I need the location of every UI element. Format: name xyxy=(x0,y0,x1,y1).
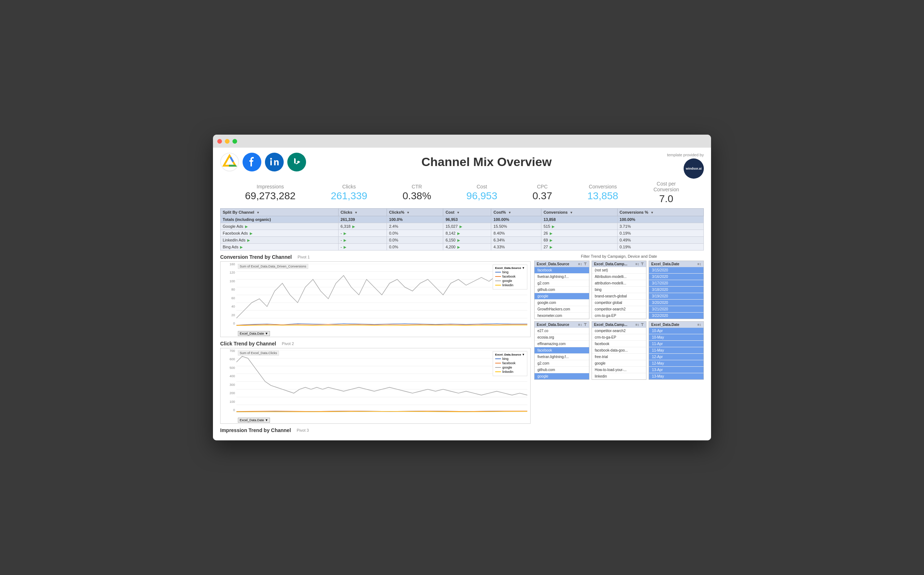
filter-camp1-filter[interactable]: ⊤ xyxy=(641,262,644,266)
col-cost-pct[interactable]: Cost% ▼ xyxy=(491,209,541,216)
filter-item[interactable]: free-trial xyxy=(592,354,646,360)
filter-item[interactable]: fivetran.lightning.f... xyxy=(535,273,589,280)
filter-item[interactable]: google.com xyxy=(535,300,589,306)
filter-item[interactable]: 3/20/2020 xyxy=(649,300,703,306)
row-conversions: 13,858 xyxy=(541,216,617,223)
filter-item[interactable]: brand-search-global xyxy=(592,293,646,300)
col-cost[interactable]: Cost ▼ xyxy=(443,209,491,216)
filter-camp1-sort[interactable]: ≡↕ xyxy=(635,262,639,266)
minimize-button[interactable] xyxy=(225,139,230,144)
filter-item[interactable]: github.com xyxy=(535,367,589,373)
filter-item[interactable]: facebook xyxy=(592,341,646,347)
facebook-ads-logo xyxy=(243,152,261,172)
chart1-date-filter[interactable]: Excel_Data.Date ▼ xyxy=(238,331,270,336)
filter-item[interactable]: 12-May xyxy=(649,360,703,367)
filter-item[interactable]: (not set) xyxy=(592,267,646,273)
filter-item[interactable]: competitor global xyxy=(592,300,646,306)
filter-item[interactable]: GrowthHackers.com xyxy=(535,306,589,313)
clicks-label: Clicks xyxy=(330,184,367,189)
filters-column: Filter Trend by Campaign, Device and Dat… xyxy=(534,254,704,437)
filter-date1-sort[interactable]: ≡↕ xyxy=(697,262,701,266)
filter-item[interactable]: 3/15/2020 xyxy=(649,267,703,273)
filter-item[interactable]: hexometer.com xyxy=(535,313,589,319)
filter-item[interactable]: competitor-search2 xyxy=(592,328,646,334)
filter-source1-filter[interactable]: ⊤ xyxy=(584,262,587,266)
filter-item[interactable]: 3/19/2020 xyxy=(649,293,703,300)
filter-item[interactable]: competitor-search2 xyxy=(592,306,646,313)
row-cost-pct: 8.40% xyxy=(491,230,541,237)
filter-item[interactable]: linkedin xyxy=(592,373,646,380)
col-clicks[interactable]: Clicks ▼ xyxy=(338,209,387,216)
filter-source2-sort[interactable]: ≡↕ xyxy=(578,323,582,327)
filter-item[interactable]: 11-May xyxy=(649,347,703,354)
col-conversions[interactable]: Conversions ▼ xyxy=(541,209,617,216)
maximize-button[interactable] xyxy=(232,139,237,144)
main-window: Channel Mix Overview template provided b… xyxy=(213,135,711,440)
filter-date2-sort[interactable]: ≡↕ xyxy=(697,323,701,327)
filter-source2-title: Excel_Data.Source xyxy=(537,323,569,327)
row-clicks: 6,318 ▶ xyxy=(338,223,387,230)
bing-ads-logo xyxy=(287,152,306,172)
filter-camp2: Excel_Data.Camp... ≡↕ ⊤ competitor-searc… xyxy=(592,321,647,380)
filter-item[interactable]: google xyxy=(535,293,589,300)
filter-item[interactable]: fivetran.lightning.f... xyxy=(535,354,589,360)
filter-item[interactable]: bing xyxy=(592,287,646,293)
filter-item[interactable]: 12-Apr xyxy=(649,354,703,360)
cost-label: Cost xyxy=(466,184,497,189)
filter-item[interactable]: 11-Apr xyxy=(649,341,703,347)
filter-item[interactable]: crm-to-ga-EP xyxy=(592,334,646,341)
filter-item[interactable]: 13-Apr xyxy=(649,367,703,373)
template-text: template provided by xyxy=(667,152,704,157)
chart2-pivot: Pivot 2 xyxy=(282,342,294,346)
chart2-date-filter[interactable]: Excel_Data.Date ▼ xyxy=(238,418,270,423)
filter-item[interactable]: ecosia.org xyxy=(535,334,589,341)
filter-item[interactable]: facebook xyxy=(535,267,589,273)
chart1-pivot: Pivot 1 xyxy=(297,255,310,259)
filter-item[interactable]: facebook xyxy=(535,347,589,354)
cpc-value: 0.37 xyxy=(532,190,552,202)
filter-item[interactable]: google xyxy=(592,360,646,367)
filter-item[interactable]: g2.com xyxy=(535,360,589,367)
filter-item[interactable]: attribution-modelli... xyxy=(592,280,646,287)
filter-item[interactable]: 13-May xyxy=(649,373,703,380)
filter-item[interactable]: g2.com xyxy=(535,280,589,287)
filter-item[interactable]: 3/21/2020 xyxy=(649,306,703,313)
chart-click-trend: Click Trend by Channel Pivot 2 Sum of Ex… xyxy=(220,341,530,424)
chart1-header: Conversion Trend by Channel Pivot 1 xyxy=(220,254,530,260)
filter-item[interactable]: e27.co xyxy=(535,328,589,334)
filter-camp1-title: Excel_Data.Camp... xyxy=(594,262,627,266)
filter-item[interactable]: 3/16/2020 xyxy=(649,273,703,280)
page-title: Channel Mix Overview xyxy=(306,152,667,169)
conversions-label: Conversions xyxy=(587,184,618,189)
cost-per-conv-label: Cost perConversion xyxy=(653,181,679,192)
filter-item[interactable]: 10-May xyxy=(649,334,703,341)
filter-item[interactable]: effinamazing.com xyxy=(535,341,589,347)
filter-item[interactable]: Attribution-modelli... xyxy=(592,273,646,280)
windsor-logo: template provided by windsor.ai xyxy=(667,152,704,179)
chart1-data-label: Sum of Excel_Data.Data_Driven_Conversion… xyxy=(238,264,308,269)
filter-item[interactable]: crm-to-ga-EP xyxy=(592,313,646,319)
filter-source1-title: Excel_Data.Source xyxy=(537,262,569,266)
conversions-value: 13,858 xyxy=(587,190,618,202)
filter-camp2-filter[interactable]: ⊤ xyxy=(641,323,644,327)
filter-camp2-sort[interactable]: ≡↕ xyxy=(635,323,639,327)
row-cost-pct: 4.33% xyxy=(491,244,541,251)
filter-item[interactable]: 3/22/2020 xyxy=(649,313,703,319)
filter-source1-sort[interactable]: ≡↕ xyxy=(578,262,582,266)
filter-source2-filter[interactable]: ⊤ xyxy=(584,323,587,327)
filter-item[interactable]: facebook-data-goo... xyxy=(592,347,646,354)
col-conv-pct[interactable]: Conversions % ▼ xyxy=(617,209,703,216)
col-clicks-pct[interactable]: Clicks% ▼ xyxy=(387,209,443,216)
filter-item[interactable]: How-to-load-your-... xyxy=(592,367,646,373)
filter-item[interactable]: google xyxy=(535,373,589,380)
filter-item[interactable]: 3/17/2020 xyxy=(649,280,703,287)
filter-source2-body: e27.co ecosia.org effinamazing.com faceb… xyxy=(535,328,589,380)
table-row: LinkedIn Ads ▶ - ▶ 0.0% 6,150 ▶ 6.34% 69… xyxy=(221,237,704,244)
table-row: Facebook Ads ▶ - ▶ 0.0% 8,142 ▶ 8.40% 26… xyxy=(221,230,704,237)
close-button[interactable] xyxy=(217,139,222,144)
filter-item[interactable]: 10-Apr xyxy=(649,328,703,334)
filter-item[interactable]: 3/18/2020 xyxy=(649,287,703,293)
col-channel[interactable]: Split By Channel ▼ xyxy=(221,209,338,216)
row-cost-pct: 100.00% xyxy=(491,216,541,223)
filter-item[interactable]: github.com xyxy=(535,287,589,293)
